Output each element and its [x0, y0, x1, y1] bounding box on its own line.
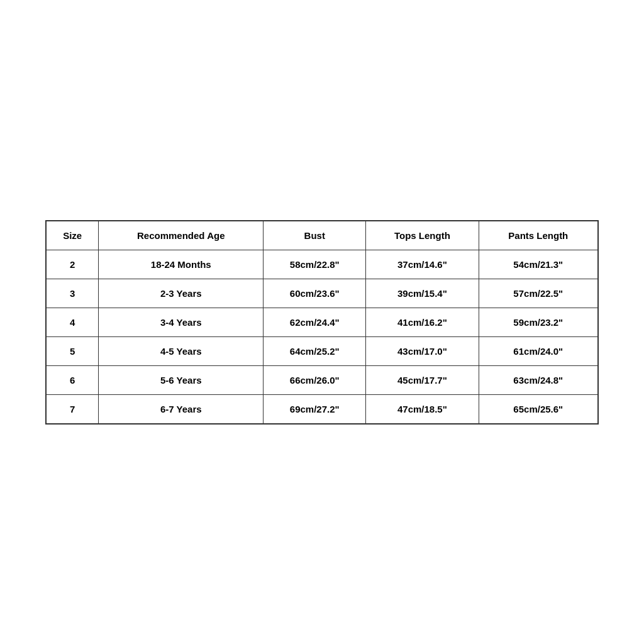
cell-pants_length: 63cm/24.8" — [479, 365, 597, 394]
header-pants-length: Pants Length — [479, 221, 597, 250]
table-header-row: Size Recommended Age Bust Tops Length Pa… — [47, 221, 598, 250]
table-row: 76-7 Years69cm/27.2"47cm/18.5"65cm/25.6" — [47, 394, 598, 423]
cell-bust: 62cm/24.4" — [264, 308, 366, 336]
cell-tops_length: 37cm/14.6" — [366, 250, 479, 279]
table-row: 54-5 Years64cm/25.2"43cm/17.0"61cm/24.0" — [47, 336, 598, 365]
cell-tops_length: 45cm/17.7" — [366, 365, 479, 394]
cell-age: 5-6 Years — [99, 365, 264, 394]
header-recommended-age: Recommended Age — [99, 221, 264, 250]
cell-age: 2-3 Years — [99, 279, 264, 308]
header-tops-length: Tops Length — [366, 221, 479, 250]
cell-pants_length: 65cm/25.6" — [479, 394, 597, 423]
cell-pants_length: 54cm/21.3" — [479, 250, 597, 279]
cell-size: 3 — [47, 279, 99, 308]
cell-tops_length: 43cm/17.0" — [366, 336, 479, 365]
cell-tops_length: 47cm/18.5" — [366, 394, 479, 423]
cell-size: 4 — [47, 308, 99, 336]
cell-bust: 60cm/23.6" — [264, 279, 366, 308]
size-chart-table: Size Recommended Age Bust Tops Length Pa… — [46, 221, 598, 424]
cell-pants_length: 57cm/22.5" — [479, 279, 597, 308]
cell-bust: 66cm/26.0" — [264, 365, 366, 394]
header-bust: Bust — [264, 221, 366, 250]
cell-age: 4-5 Years — [99, 336, 264, 365]
cell-tops_length: 41cm/16.2" — [366, 308, 479, 336]
table-row: 32-3 Years60cm/23.6"39cm/15.4"57cm/22.5" — [47, 279, 598, 308]
cell-bust: 64cm/25.2" — [264, 336, 366, 365]
page-wrapper: Size Recommended Age Bust Tops Length Pa… — [0, 0, 644, 644]
cell-bust: 58cm/22.8" — [264, 250, 366, 279]
cell-age: 18-24 Months — [99, 250, 264, 279]
cell-bust: 69cm/27.2" — [264, 394, 366, 423]
cell-tops_length: 39cm/15.4" — [366, 279, 479, 308]
cell-size: 6 — [47, 365, 99, 394]
size-chart-container: Size Recommended Age Bust Tops Length Pa… — [45, 220, 599, 425]
cell-size: 2 — [47, 250, 99, 279]
cell-size: 7 — [47, 394, 99, 423]
cell-pants_length: 59cm/23.2" — [479, 308, 597, 336]
cell-size: 5 — [47, 336, 99, 365]
table-row: 218-24 Months58cm/22.8"37cm/14.6"54cm/21… — [47, 250, 598, 279]
cell-age: 3-4 Years — [99, 308, 264, 336]
table-row: 43-4 Years62cm/24.4"41cm/16.2"59cm/23.2" — [47, 308, 598, 336]
cell-pants_length: 61cm/24.0" — [479, 336, 597, 365]
header-size: Size — [47, 221, 99, 250]
cell-age: 6-7 Years — [99, 394, 264, 423]
table-row: 65-6 Years66cm/26.0"45cm/17.7"63cm/24.8" — [47, 365, 598, 394]
